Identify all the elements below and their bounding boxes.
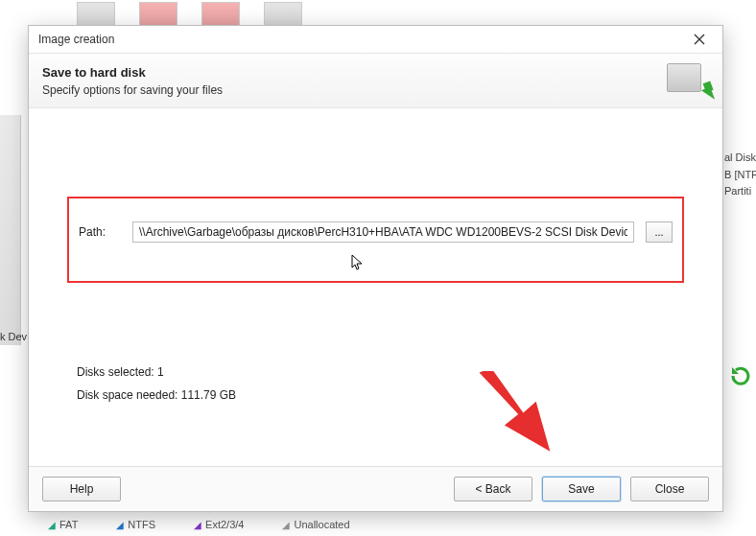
space-needed-value: 111.79 GB — [181, 388, 236, 402]
browse-button[interactable]: ... — [646, 221, 673, 243]
dialog-header: Save to hard disk Specify options for sa… — [29, 53, 722, 108]
legend-ntfs: NTFS — [116, 519, 155, 530]
path-input[interactable] — [132, 221, 634, 243]
space-needed-label: Disk space needed: — [77, 388, 177, 402]
window-title: Image creation — [38, 33, 114, 46]
background-toolbar-icons — [77, 2, 302, 27]
image-creation-dialog: Image creation Save to hard disk Specify… — [28, 25, 723, 512]
bg-right-line: Partiti — [724, 183, 754, 200]
browse-button-label: ... — [654, 226, 663, 238]
back-button[interactable]: < Back — [454, 477, 532, 501]
footer-right-buttons: < Back Save Close — [454, 477, 709, 501]
help-button[interactable]: Help — [42, 477, 121, 501]
save-button[interactable]: Save — [542, 477, 621, 501]
save-disk-icon — [665, 61, 709, 100]
bg-right-line: al Disk — [724, 150, 754, 167]
background-left-label: k Dev — [0, 331, 27, 342]
refresh-icon — [729, 364, 752, 387]
header-subtitle: Specify options for saving your files — [42, 83, 223, 97]
bg-right-line: B [NTFS — [724, 167, 754, 184]
bg-icon — [77, 2, 115, 27]
legend-unallocated: Unallocated — [282, 519, 349, 530]
dialog-footer: Help < Back Save Close — [29, 466, 722, 511]
bg-icon — [264, 2, 302, 27]
legend-ext: Ext2/3/4 — [194, 519, 244, 530]
bg-icon — [139, 2, 177, 27]
path-row: Path: ... — [79, 221, 673, 243]
path-label: Path: — [79, 225, 121, 239]
titlebar: Image creation — [29, 26, 722, 53]
legend-fat: FAT — [48, 519, 78, 530]
header-title: Save to hard disk — [42, 65, 223, 80]
bg-icon — [201, 2, 240, 27]
disks-selected-value: 1 — [157, 365, 164, 379]
dialog-body: Path: ... Disks selected: 1 Disk space n… — [29, 108, 722, 466]
info-block: Disks selected: 1 Disk space needed: 111… — [77, 361, 236, 407]
space-needed-row: Disk space needed: 111.79 GB — [77, 384, 236, 407]
disks-selected-label: Disks selected: — [77, 365, 154, 379]
background-right-panel: al Disk B [NTFS Partiti — [722, 144, 756, 206]
red-arrow-annotation — [465, 371, 571, 462]
background-legend: FAT NTFS Ext2/3/4 Unallocated — [48, 519, 350, 530]
disks-selected-row: Disks selected: 1 — [77, 361, 236, 384]
background-stripe — [0, 115, 21, 345]
close-button[interactable]: Close — [630, 477, 709, 501]
cursor-icon — [351, 254, 365, 274]
close-icon[interactable] — [680, 28, 719, 51]
header-text: Save to hard disk Specify options for sa… — [42, 65, 223, 97]
